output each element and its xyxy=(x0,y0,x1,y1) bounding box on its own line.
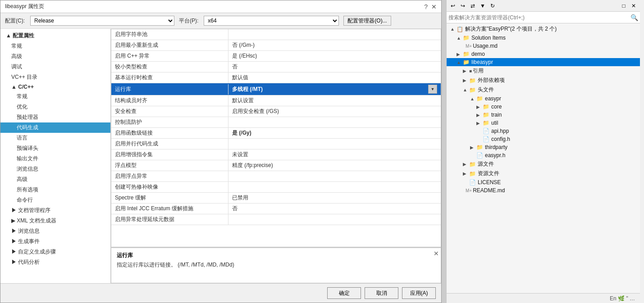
sol-item-solution-items[interactable]: ▲ 📁 Solution Items xyxy=(447,34,640,42)
tree-item-browse-info[interactable]: ▶ 浏览信息 xyxy=(0,226,110,236)
tree-item-cpp-advanced2[interactable]: 高级 xyxy=(0,174,110,185)
prop-row-seh[interactable]: 启用异常处理延续元数据 xyxy=(111,214,441,225)
config-select[interactable]: Release xyxy=(30,16,174,26)
tree-item-cpp-browse[interactable]: 浏览信息 xyxy=(0,164,110,174)
prop-name-hotpatch: 创建可热修补映像 xyxy=(111,182,228,192)
tree-item-vc-dirs[interactable]: VC++ 目录 xyxy=(0,72,110,82)
toolbar-btn-2[interactable]: ↪ xyxy=(458,1,467,10)
toolbar-btn-sync[interactable]: ⇄ xyxy=(468,1,477,10)
sol-toggle-libeasypr[interactable]: ▲ xyxy=(457,60,463,65)
prop-row-small-type[interactable]: 较小类型检查 否 xyxy=(111,62,441,72)
sol-item-easypr-folder[interactable]: ▲ 📁 easypr xyxy=(447,95,640,103)
sol-item-demo[interactable]: ▶ 📁 demo xyxy=(447,50,640,58)
sol-item-core[interactable]: ▶ 📁 core xyxy=(447,103,640,111)
tree-item-cpp-precompiled[interactable]: 预编译头 xyxy=(0,143,110,154)
sol-toggle-resource[interactable]: ▶ xyxy=(463,171,469,176)
sol-label-easypr-folder: easypr xyxy=(485,95,501,102)
sol-item-libeasypr[interactable]: ▲ 📁 libeasypr xyxy=(447,58,640,66)
tree-item-build-events[interactable]: ▶ 生成事件 xyxy=(0,236,110,247)
prop-row-control-flow[interactable]: 控制流防护 xyxy=(111,117,441,128)
sol-item-headers[interactable]: ▲ 📁 头文件 xyxy=(447,85,640,95)
prop-row-enhanced-instr[interactable]: 启用增强指令集 未设置 xyxy=(111,149,441,160)
prop-row-jcc[interactable]: 启用 Intel JCC Erratum 缓解措施 否 xyxy=(111,204,441,214)
sol-toggle-headers[interactable]: ▲ xyxy=(463,87,469,92)
sol-toggle-easypr[interactable]: ▲ xyxy=(470,96,476,101)
sol-toggle-solution[interactable]: ▲ xyxy=(450,27,457,32)
prop-row-basic-runtime[interactable]: 基本运行时检查 默认值 xyxy=(111,72,441,83)
tree-item-config-props[interactable]: ▲ 配置属性 xyxy=(0,31,110,41)
tree-item-cpp-optimize[interactable]: 优化 xyxy=(0,102,110,112)
dialog-resize-handle[interactable] xyxy=(442,0,446,303)
sol-toggle-train[interactable]: ▶ xyxy=(476,113,483,118)
sol-item-source-files[interactable]: ▶ 📁 源文件 xyxy=(447,159,640,169)
sol-toggle-util[interactable]: ▶ xyxy=(476,121,483,126)
sol-item-ref[interactable]: ▶ ■ 引用 xyxy=(447,66,640,76)
sol-label-demo: demo xyxy=(471,51,485,57)
sol-item-solution[interactable]: ▲ 📋 解决方案"EasyPR"(2 个项目，共 2 个) xyxy=(447,24,640,34)
sol-toggle-source[interactable]: ▶ xyxy=(463,162,469,167)
tree-item-general[interactable]: 常规 xyxy=(0,41,110,51)
prop-row-min-rebuild[interactable]: 启用最小重新生成 否 (/Gm-) xyxy=(111,40,441,51)
tree-item-cpp-cmdline[interactable]: 命令行 xyxy=(0,195,110,205)
platform-select[interactable]: x64 xyxy=(204,16,339,26)
sol-toggle-core[interactable]: ▶ xyxy=(476,104,483,109)
sol-item-config-h[interactable]: 📄 config.h xyxy=(447,135,640,143)
config-manager-button[interactable]: 配置管理器(O)... xyxy=(343,16,391,26)
prop-row-cpp-exceptions[interactable]: 启用 C++ 异常 是 (/EHsc) xyxy=(111,51,441,62)
sol-item-util[interactable]: ▶ 📁 util xyxy=(447,119,640,127)
tree-item-advanced[interactable]: 高级 xyxy=(0,51,110,62)
sol-icon-easypr-h: 📄 xyxy=(476,152,484,158)
tree-item-cpp-output[interactable]: 输出文件 xyxy=(0,154,110,164)
prop-row-func-link[interactable]: 启用函数级链接 是 (/Gy) xyxy=(111,128,441,139)
sol-item-resource-files[interactable]: ▶ 📁 资源文件 xyxy=(447,169,640,178)
toolbar-btn-refresh[interactable]: ↻ xyxy=(488,1,497,10)
prop-row-float-model[interactable]: 浮点模型 精度 (/fp:precise) xyxy=(111,160,441,171)
prop-row-parallel-codegen[interactable]: 启用并行代码生成 xyxy=(111,139,441,149)
prop-row-string-pool[interactable]: 启用字符串池 xyxy=(111,29,441,40)
toolbar-btn-close[interactable]: ✕ xyxy=(629,1,638,10)
sol-toggle-thirdparty[interactable]: ▶ xyxy=(470,145,476,150)
sol-item-ext-deps[interactable]: ▶ 📁 外部依赖项 xyxy=(447,76,640,85)
prop-row-runtime-lib[interactable]: 运行库 多线程 (/MT) ▼ xyxy=(111,83,441,95)
tree-item-cpp-general[interactable]: 常规 xyxy=(0,91,110,102)
sol-toggle-demo[interactable]: ▶ xyxy=(457,52,463,57)
runtime-lib-dropdown[interactable]: ▼ xyxy=(428,85,437,94)
help-icon[interactable]: ? xyxy=(424,3,428,10)
tree-item-cpp-codegen[interactable]: 代码生成 xyxy=(0,122,110,133)
sol-item-api-hpp[interactable]: 📄 api.hpp xyxy=(447,127,640,135)
tree-item-cpp-preprocessor[interactable]: 预处理器 xyxy=(0,112,110,122)
sol-item-usage-md[interactable]: M+ Usage.md xyxy=(447,42,640,50)
tree-item-cpp[interactable]: ▲ C/C++ xyxy=(0,82,110,91)
prop-row-hotpatch[interactable]: 创建可热修补映像 xyxy=(111,182,441,193)
prop-row-spectre[interactable]: Spectre 缓解 已禁用 xyxy=(111,193,441,204)
sol-toggle-solution-items[interactable]: ▲ xyxy=(457,36,463,41)
sol-toggle-ext[interactable]: ▶ xyxy=(463,78,469,83)
tree-item-cpp-lang[interactable]: 语言 xyxy=(0,133,110,143)
tree-item-debug[interactable]: 调试 xyxy=(0,62,110,72)
sol-item-thirdparty[interactable]: ▶ 📁 thirdparty xyxy=(447,143,640,151)
prop-row-float-except[interactable]: 启用浮点异常 xyxy=(111,171,441,182)
sol-item-readme-md[interactable]: M+ README.md xyxy=(447,186,640,194)
toolbar-btn-maximize[interactable]: □ xyxy=(619,1,628,10)
sol-icon-libeasypr: 📁 xyxy=(463,59,470,65)
tree-item-cpp-all[interactable]: 所有选项 xyxy=(0,185,110,195)
toolbar-btn-1[interactable]: ↩ xyxy=(448,1,457,10)
tree-item-linker[interactable]: ▶ 文档管理程序 xyxy=(0,205,110,216)
toolbar-btn-filter[interactable]: ▼ xyxy=(478,1,487,10)
apply-button[interactable]: 应用(A) xyxy=(402,287,436,299)
sol-item-train[interactable]: ▶ 📁 train xyxy=(447,111,640,119)
sol-item-easypr-h[interactable]: 📄 easypr.h xyxy=(447,151,640,159)
prop-row-struct-align[interactable]: 结构成员对齐 默认设置 xyxy=(111,95,441,106)
close-icon[interactable]: ✕ xyxy=(431,3,437,10)
search-input[interactable] xyxy=(448,14,630,21)
tree-item-xml[interactable]: ▶ XML 文档生成器 xyxy=(0,216,110,226)
search-icon[interactable]: 🔍 xyxy=(630,14,638,21)
tree-item-custom-build[interactable]: ▶ 自定义生成步骤 xyxy=(0,247,110,257)
cancel-button[interactable]: 取消 xyxy=(365,287,398,299)
tree-item-code-analysis[interactable]: ▶ 代码分析 xyxy=(0,257,110,267)
desc-close-icon[interactable]: ✕ xyxy=(434,250,439,257)
prop-row-security[interactable]: 安全检查 启用安全检查 (/GS) xyxy=(111,106,441,117)
sol-toggle-ref[interactable]: ▶ xyxy=(463,68,469,73)
sol-item-license[interactable]: 📄 LICENSE xyxy=(447,178,640,186)
ok-button[interactable]: 确定 xyxy=(327,287,361,299)
